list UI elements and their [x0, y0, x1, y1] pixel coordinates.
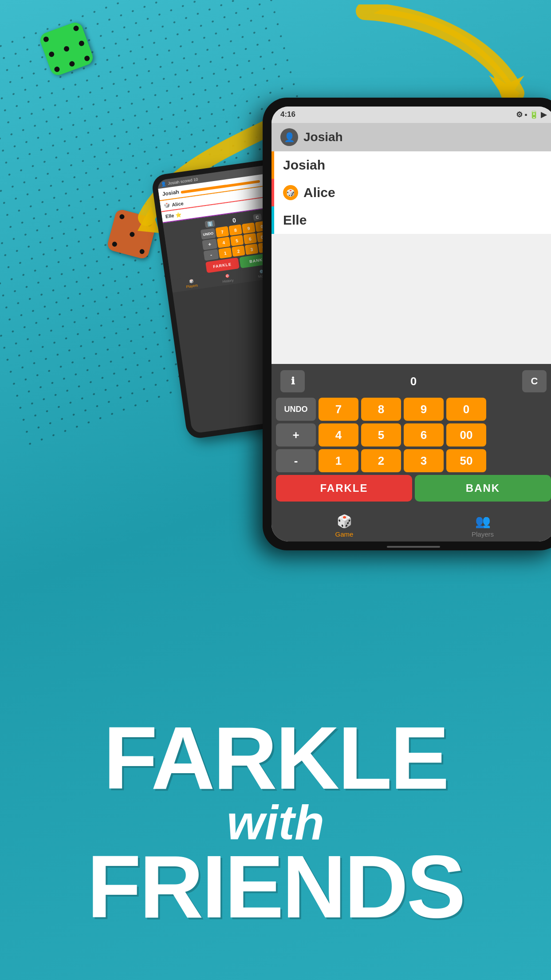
nav-game[interactable]: 🎲 Game [327, 514, 362, 538]
calc-row-3: - 1 2 3 50 [276, 449, 551, 472]
bank-button[interactable]: BANK [415, 475, 551, 502]
btn-9[interactable]: 9 [404, 398, 444, 421]
phone-front-mockup: 4:16 ⚙ ▪ 🔋 ▶ 👤 Josiah Josiah 🎲 Alice Ell… [263, 98, 551, 550]
calc-top-row: ℹ 0 C [276, 368, 551, 394]
title-section: FARKLE with FRIENDS [0, 718, 551, 927]
btn-50[interactable]: 50 [446, 449, 486, 472]
btn-7[interactable]: 7 [319, 398, 358, 421]
players-icon: 👥 [475, 514, 491, 529]
calc-display: 0 [410, 375, 417, 388]
header-icon: 👤 [280, 128, 298, 146]
player-row-elle[interactable]: Elle [272, 206, 551, 234]
time-display: 4:16 [280, 110, 295, 119]
btn-5[interactable]: 5 [361, 423, 401, 447]
btn-0[interactable]: 0 [446, 398, 486, 421]
player-elle-name: Elle [283, 213, 307, 227]
calculator-section: ℹ 0 C UNDO 7 8 9 0 + 4 5 6 00 [272, 364, 551, 509]
calc-row-1: UNDO 7 8 9 0 [276, 398, 551, 421]
player-row-alice[interactable]: 🎲 Alice [272, 179, 551, 206]
player-josiah-name: Josiah [283, 158, 325, 172]
nav-game-label: Game [335, 530, 354, 538]
minus-button[interactable]: - [276, 449, 316, 472]
btn-6[interactable]: 6 [404, 423, 444, 447]
btn-00[interactable]: 00 [446, 423, 486, 447]
bottom-nav: 🎲 Game 👥 Players [272, 509, 551, 541]
status-icons: ⚙ ▪ 🔋 ▶ [516, 110, 547, 119]
home-indicator [387, 546, 440, 548]
title-farkle: FARKLE [0, 718, 551, 798]
calc-row-2: + 4 5 6 00 [276, 423, 551, 447]
btn-3[interactable]: 3 [404, 449, 444, 472]
btn-4[interactable]: 4 [319, 423, 358, 447]
btn-8[interactable]: 8 [361, 398, 401, 421]
player-row-josiah[interactable]: Josiah [272, 151, 551, 179]
btn-1[interactable]: 1 [319, 449, 358, 472]
clear-button[interactable]: C [522, 370, 547, 392]
status-bar: 4:16 ⚙ ▪ 🔋 ▶ [272, 107, 551, 123]
alice-dice-icon: 🎲 [283, 185, 298, 200]
title-friends: FRIENDS [0, 847, 551, 927]
phone-front-screen: 4:16 ⚙ ▪ 🔋 ▶ 👤 Josiah Josiah 🎲 Alice Ell… [272, 107, 551, 541]
undo-button[interactable]: UNDO [276, 398, 316, 421]
farkle-button[interactable]: FARKLE [276, 475, 412, 502]
header-title: Josiah [303, 130, 343, 144]
app-header: 👤 Josiah [272, 123, 551, 151]
nav-players[interactable]: 👥 Players [465, 514, 500, 538]
plus-button[interactable]: + [276, 423, 316, 447]
btn-2[interactable]: 2 [361, 449, 401, 472]
player-alice-name: Alice [303, 185, 335, 200]
screen-spacer [272, 234, 551, 364]
nav-players-label: Players [472, 530, 494, 538]
game-icon: 🎲 [337, 514, 352, 529]
action-row: FARKLE BANK [276, 475, 551, 502]
info-button[interactable]: ℹ [280, 370, 305, 392]
